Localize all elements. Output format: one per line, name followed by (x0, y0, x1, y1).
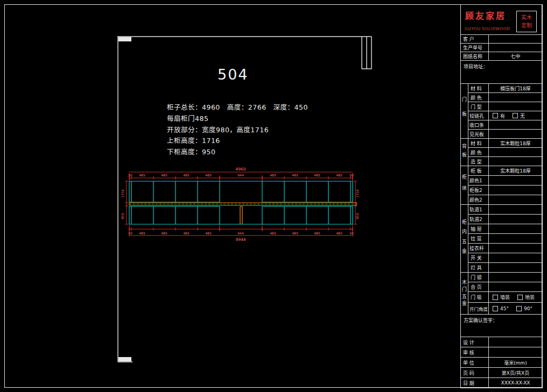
logo-cell: 顾友家居 GUYOU SOLIDWOOD 实木 定制 (461, 5, 543, 35)
stamp-line: 定制 (517, 22, 536, 30)
designer-value (489, 337, 543, 347)
door-stopper-label: 门 吸 (468, 292, 489, 303)
order-number-label: 生产单号 (461, 44, 489, 52)
hardware-rail2-label: 轨道2 (468, 215, 489, 224)
page-value: 第X页/共X页 (489, 368, 543, 378)
cabinet-color1-value (489, 176, 543, 186)
checkbox-floor-mount-label: 地装 (525, 294, 535, 301)
reviewer-value (489, 347, 543, 358)
back-material-value: 实木颗粒18厚 (489, 139, 543, 148)
hardware-rail1-label: 轨道1 (468, 205, 489, 215)
spec-notes: 柜子总长：4960 高度：2766 深度：450 每扇柜门485 开放部分：宽度… (167, 102, 308, 158)
door-jamb-top (118, 37, 131, 41)
cabinet-board2-label: 柜板2 (468, 186, 489, 195)
checkbox-90deg-label: 90° (524, 306, 532, 311)
checkbox-wall-mount-label: 墙装 (500, 294, 510, 301)
checkbox-yes (493, 113, 498, 118)
dim-label: 485 (336, 173, 342, 177)
cabinet-elevation (129, 181, 356, 224)
checkbox-45deg (493, 306, 498, 311)
dim-label: 50 (349, 173, 354, 177)
cabinet-color2-label: 颜色2 (468, 195, 489, 205)
dim-label: 485 (183, 231, 190, 235)
dim-label: 485 (314, 231, 320, 235)
stamp-line: 实木 (517, 13, 536, 22)
cad-sheet: 4960 4944 50 485 485 485 485 944 485 485… (0, 0, 547, 392)
note-line: 开放部分：宽度980，高度1716 (167, 125, 308, 136)
date-value: XXXX-XX-XX (489, 378, 543, 388)
cabinet-board-label: 柜 板 (468, 166, 489, 176)
door-color-value (489, 93, 543, 102)
dim-left-top: 1716 (121, 189, 124, 197)
signature-cell: 方案确认签字： (461, 315, 543, 337)
door-hinge-hole-value: 有 无 (489, 111, 543, 120)
dim-label: 50 (128, 231, 132, 235)
dim-label: 50 (349, 231, 354, 235)
countertop-band (129, 203, 356, 224)
door-color-label: 颜 色 (468, 93, 489, 102)
hardware-rod-label: 挂衣杆 (468, 244, 489, 253)
dim-label: 485 (336, 231, 342, 235)
door-hinge-label: 合 页 (468, 282, 489, 292)
door-style-label: 门 型 (468, 102, 489, 111)
note-line: 上柜高度：1716 (167, 136, 308, 147)
section-door-hardware: 木门五金 (461, 273, 468, 315)
dim-label: 485 (292, 173, 298, 177)
back-material-label: 材 料 (468, 139, 489, 148)
door-angle-value: 45° 90° (489, 303, 543, 315)
checkbox-90deg (516, 306, 522, 311)
section-cabinet-body: 柜体 (461, 166, 468, 205)
drawing-name-label: 图纸名称 (461, 52, 489, 61)
wall-lines (117, 37, 371, 362)
dim-label: 485 (270, 173, 276, 177)
cabinet-board2-value (489, 186, 543, 195)
door-lock-value (489, 273, 543, 282)
dim-label: 485 (270, 231, 276, 235)
dim-label: 944 (237, 173, 244, 177)
designer-label: 设 计 (461, 337, 489, 347)
hardware-light-value (489, 263, 543, 273)
door-lock-label: 门 锁 (468, 273, 489, 282)
dim-label: 485 (183, 173, 190, 177)
page-label: 页 码 (461, 368, 489, 378)
note-line: 柜子总长：4960 高度：2766 深度：450 (167, 102, 308, 113)
hardware-rod-value (489, 244, 543, 253)
dim-label: 485 (292, 231, 298, 235)
dim-label: 485 (161, 231, 167, 235)
project-address-cell: 项目地址： (461, 61, 543, 84)
door-hinge-value (489, 282, 543, 292)
order-number-value (489, 44, 543, 52)
hardware-basket-value (489, 234, 543, 244)
brand-name: 顾友家居 (465, 9, 506, 22)
checkbox-45deg-label: 45° (500, 306, 509, 311)
back-style-label: 造 型 (468, 157, 489, 166)
dim-label: 485 (205, 173, 212, 177)
door-trim-value (489, 120, 543, 130)
customer-value (489, 35, 543, 44)
section-door-panel: 门板 (461, 84, 468, 139)
dim-label: 485 (161, 173, 167, 177)
hardware-switch-label: 开 关 (468, 253, 489, 263)
dim-total-top: 4960 (235, 167, 246, 172)
dim-total-bottom: 4944 (235, 237, 246, 242)
dim-label: 485 (205, 231, 212, 235)
hardware-drawer-label: 抽 屉 (468, 224, 489, 234)
back-style-value (489, 157, 543, 166)
dim-label: 485 (314, 173, 320, 177)
section-back-panel: 背板 (461, 139, 468, 166)
door-stopper-value: 墙装 地装 (489, 292, 543, 303)
hardware-light-label: 灯 具 (468, 263, 489, 273)
cabinet-color2-value (489, 195, 543, 205)
back-color-label: 颜 色 (468, 148, 489, 157)
unit-value: 毫米(mm) (489, 358, 543, 368)
cabinet-color1-label: 颜色1 (468, 176, 489, 186)
title-block: 顾友家居 GUYOU SOLIDWOOD 实木 定制 客 户 生产单号 图纸名称… (460, 4, 543, 388)
hardware-basket-label: 拉 篮 (468, 234, 489, 244)
dim-left-bottom: 950 (121, 213, 124, 219)
date-label: 日 期 (461, 378, 489, 388)
dim-label: 485 (139, 231, 145, 235)
dim-label: 485 (139, 173, 145, 177)
note-line: 下柜高度：950 (167, 147, 308, 158)
door-jamb-bottom (118, 357, 131, 361)
dim-right-bottom: 950 (355, 213, 359, 219)
